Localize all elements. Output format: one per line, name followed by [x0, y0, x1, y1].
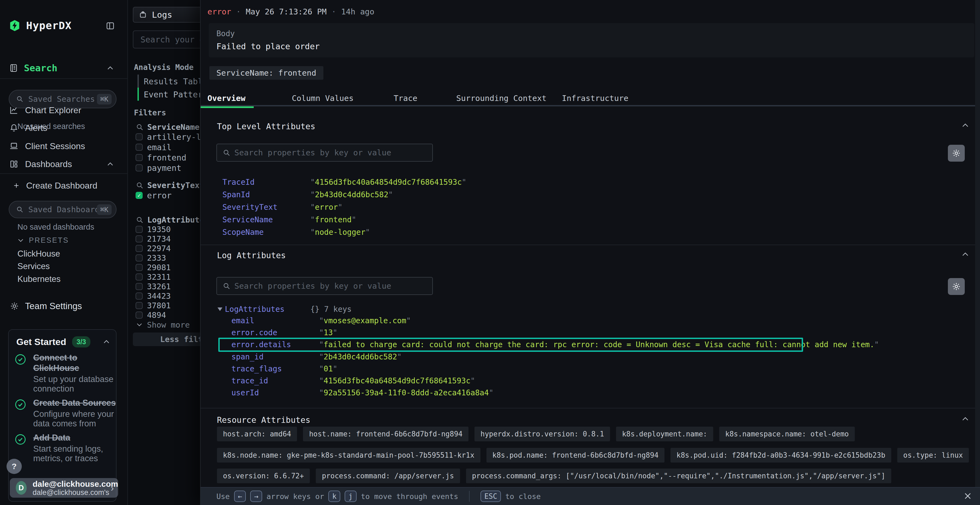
chevron-up-icon[interactable] — [107, 66, 114, 70]
sidebar-item-chart-explorer[interactable]: Chart Explorer — [0, 102, 128, 119]
brand-logo[interactable]: HyperDX — [9, 18, 72, 33]
resource-chip[interactable]: host.arch: amd64 — [217, 427, 297, 441]
attribute-value[interactable]: 13 — [324, 328, 333, 337]
attribute-value[interactable]: 01 — [324, 364, 333, 373]
filter-option[interactable]: 21734 — [135, 234, 171, 243]
log-attributes-property-search-input[interactable] — [216, 277, 433, 295]
filter-option[interactable]: 29081 — [135, 262, 171, 272]
attribute-value[interactable]: frontend — [315, 215, 352, 224]
mode-results-table[interactable]: Results Table — [144, 77, 208, 86]
chevron-up-icon[interactable] — [103, 340, 110, 344]
filter-option[interactable]: frontend — [135, 152, 186, 163]
attribute-key[interactable]: error.code — [231, 328, 319, 337]
get-started-header[interactable]: Get Started 3/3 — [16, 336, 91, 348]
checkbox[interactable] — [135, 154, 143, 161]
attribute-value[interactable]: 92a55156-39a4-11f0-8ddd-a2eca416a8a4 — [324, 388, 489, 397]
service-tag-chip[interactable]: ServiceName: frontend — [209, 66, 323, 80]
attribute-key[interactable]: email — [231, 316, 319, 325]
resource-chip[interactable]: os.version: 6.6.72+ — [217, 468, 310, 483]
search-icon[interactable] — [136, 216, 143, 224]
sidebar-collapse-icon[interactable] — [106, 21, 115, 30]
resource-chip[interactable]: os.type: linux — [897, 448, 969, 462]
search-icon[interactable] — [136, 182, 143, 189]
show-more-button[interactable]: Show more — [136, 320, 190, 329]
checkbox[interactable] — [135, 144, 143, 151]
attribute-value[interactable]: failed to charge card: could not charge … — [324, 340, 874, 349]
checkbox[interactable] — [135, 302, 143, 309]
checkbox[interactable] — [135, 235, 143, 243]
checkbox[interactable] — [135, 254, 143, 262]
filter-option[interactable]: ✓ error — [135, 190, 172, 200]
attribute-key[interactable]: ScopeName — [223, 228, 310, 237]
close-icon[interactable] — [963, 491, 973, 501]
attribute-key[interactable]: TraceId — [223, 178, 310, 187]
resource-chip[interactable]: hyperdx.distro.version: 0.8.1 — [474, 427, 610, 441]
resource-chip[interactable]: k8s.deployment.name: — [616, 427, 713, 441]
sidebar-item-clickhouse[interactable]: ClickHouse — [18, 249, 60, 259]
sidebar-item-alerts[interactable]: Alerts — [0, 119, 128, 137]
resource-chip[interactable]: host.name: frontend-6b6c8d7bfd-ng894 — [303, 427, 468, 441]
filter-option[interactable]: 22974 — [135, 243, 171, 253]
filter-option[interactable]: email — [135, 142, 172, 152]
filter-option[interactable]: 4894 — [135, 310, 166, 320]
attribute-key[interactable]: trace_flags — [231, 364, 319, 373]
sidebar-section-search[interactable]: Search — [0, 60, 128, 76]
resource-chip[interactable]: k8s.pod.uid: f284fb2d-a0b3-4634-991b-e2c… — [670, 448, 891, 462]
tab-overview[interactable]: Overview — [207, 94, 245, 103]
sidebar-item-team-settings[interactable]: Team Settings — [0, 297, 128, 315]
tab-column-values[interactable]: Column Values — [292, 94, 354, 103]
attribute-value[interactable]: 4156d3fbc40a64854d9dc7f68641593c — [315, 178, 462, 187]
attribute-value[interactable]: vmoses@example.com — [324, 316, 406, 325]
attribute-value[interactable]: node-logger — [315, 228, 365, 237]
filter-option[interactable]: 32311 — [135, 272, 171, 282]
attribute-key[interactable]: ServiceName — [223, 215, 310, 224]
checkbox[interactable] — [135, 245, 143, 252]
tab-infrastructure[interactable]: Infrastructure — [562, 94, 628, 103]
attribute-value[interactable]: 4156d3fbc40a64854d9dc7f68641593c — [324, 376, 470, 385]
scrollbar-track[interactable] — [975, 0, 980, 487]
filter-option[interactable]: 33261 — [135, 282, 171, 291]
collapse-section-icon[interactable] — [961, 123, 969, 127]
user-menu[interactable]: D dale@clickhouse.com dale@clickhouse.co… — [10, 478, 118, 498]
chevron-up-icon[interactable] — [107, 162, 114, 166]
resource-chip[interactable]: k8s.namespace.name: otel-demo — [719, 427, 855, 441]
filter-option[interactable]: 2333 — [135, 253, 166, 262]
resource-chip[interactable]: process.command_args: ["/usr/local/bin/n… — [466, 468, 891, 483]
saved-dashboards-input[interactable]: Saved Dashboards ⌘K — [9, 201, 116, 218]
attribute-key[interactable]: trace_id — [231, 376, 319, 385]
collapse-section-icon[interactable] — [961, 416, 969, 421]
sidebar-item-client-sessions[interactable]: Client Sessions — [0, 137, 128, 155]
resource-chip[interactable]: k8s.node.name: gke-pme-k8s-standard-main… — [217, 448, 480, 462]
attribute-key[interactable]: span_id — [231, 353, 319, 361]
log-attributes-settings-button[interactable] — [948, 278, 965, 295]
get-started-step[interactable]: Connect to ClickHouse Set up your databa… — [15, 353, 116, 394]
resource-chip[interactable]: process.command: /app/server.js — [316, 468, 460, 483]
create-dashboard-button[interactable]: Create Dashboard — [0, 177, 128, 194]
attribute-key[interactable]: error.details — [231, 340, 319, 349]
attribute-key[interactable]: SeverityText — [223, 203, 310, 212]
search-icon[interactable] — [136, 124, 143, 131]
log-attributes-root-row[interactable]: LogAttributes {} 7 keys — [218, 304, 285, 314]
collapse-section-icon[interactable] — [961, 252, 969, 256]
checkbox[interactable] — [135, 283, 143, 290]
resource-chip[interactable]: k8s.pod.name: frontend-6b6c8d7bfd-ng894 — [487, 448, 665, 462]
sidebar-item-services[interactable]: Services — [18, 262, 50, 271]
checkbox[interactable] — [135, 226, 143, 233]
checkbox[interactable] — [135, 292, 143, 300]
checkbox[interactable] — [135, 311, 143, 319]
checkbox[interactable] — [135, 164, 143, 172]
attribute-key[interactable]: userId — [231, 388, 319, 397]
checkbox-checked[interactable]: ✓ — [135, 192, 143, 199]
sidebar-item-kubernetes[interactable]: Kubernetes — [18, 274, 61, 284]
top-level-property-search-input[interactable] — [216, 144, 433, 162]
filter-option[interactable]: 37801 — [135, 301, 171, 310]
get-started-step[interactable]: Add Data Start sending logs, metrics, or… — [15, 433, 116, 463]
tab-trace[interactable]: Trace — [394, 94, 417, 103]
filter-option[interactable]: payment — [135, 163, 181, 173]
checkbox[interactable] — [135, 264, 143, 271]
attribute-value[interactable]: 2b43d0c4dd6bc582 — [315, 190, 388, 199]
help-button[interactable]: ? — [6, 459, 22, 474]
presets-toggle[interactable]: PRESETS — [18, 236, 69, 245]
tab-surrounding-context[interactable]: Surrounding Context — [456, 94, 547, 103]
get-started-step[interactable]: Create Data Sources Configure where your… — [15, 398, 116, 428]
